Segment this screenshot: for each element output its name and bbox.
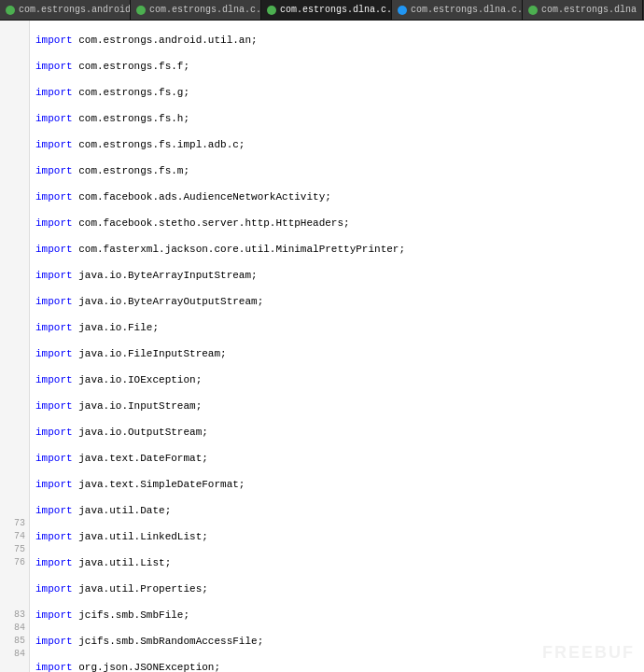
code-line: import java.util.Date; <box>35 504 644 517</box>
tab-5[interactable]: com.estrongs.dlna <box>523 0 643 21</box>
code-line: import com.estrongs.fs.g; <box>35 86 644 99</box>
code-line: import jcifs.smb.SmbRandomAccessFile; <box>35 635 644 648</box>
tab-5-label: com.estrongs.dlna <box>541 5 637 15</box>
tab-1[interactable]: com.estrongs.android.f.a ✕ <box>0 0 131 21</box>
code-line: import java.util.List; <box>35 556 644 569</box>
tab-2-icon <box>136 6 146 15</box>
tab-3-icon <box>267 6 276 15</box>
code-area: 73 74 75 76 83 84 85 84 92 import com.es… <box>0 21 644 672</box>
tab-5-icon <box>528 6 538 15</box>
code-line: import java.text.DateFormat; <box>35 452 644 465</box>
tab-3-label: com.estrongs.dlna.c.b <box>280 5 392 15</box>
line-numbers: 73 74 75 76 83 84 85 84 92 <box>0 21 30 672</box>
code-line: import java.io.OutputStream; <box>35 426 644 439</box>
tab-2[interactable]: com.estrongs.dlna.c.a ✕ <box>131 0 261 21</box>
code-line: import java.io.ByteArrayOutputStream; <box>35 295 644 308</box>
code-line: import com.facebook.ads.AudienceNetworkA… <box>35 190 644 203</box>
code-line: import java.io.IOException; <box>35 373 644 386</box>
code-line: import java.text.SimpleDateFormat; <box>35 478 644 491</box>
tab-4-icon <box>398 6 407 15</box>
code-line: import com.fasterxml.jackson.core.util.M… <box>35 243 644 256</box>
code-line: import java.io.ByteArrayInputStream; <box>35 269 644 282</box>
code-line: import com.facebook.stetho.server.http.H… <box>35 217 644 230</box>
code-content[interactable]: import com.estrongs.android.util.an; imp… <box>30 21 644 672</box>
tab-3[interactable]: com.estrongs.dlna.c.b ✕ <box>261 0 392 21</box>
tab-1-icon <box>6 6 15 15</box>
code-line: import java.io.InputStream; <box>35 399 644 413</box>
code-line: import java.util.Properties; <box>35 582 644 595</box>
code-line: import java.util.LinkedList; <box>35 530 644 543</box>
code-line: import com.estrongs.fs.m; <box>35 164 644 177</box>
tab-1-label: com.estrongs.android.f.a <box>19 5 131 15</box>
code-line: import com.estrongs.fs.h; <box>35 112 644 125</box>
code-line: import com.estrongs.fs.f; <box>35 60 644 73</box>
tab-2-label: com.estrongs.dlna.c.a <box>149 5 261 15</box>
tab-4[interactable]: com.estrongs.dlna.c.d ✕ <box>392 0 523 21</box>
code-line: import com.estrongs.android.util.an; <box>35 34 644 47</box>
tab-4-label: com.estrongs.dlna.c.d <box>411 5 523 15</box>
code-line: import org.json.JSONException; <box>35 661 644 672</box>
code-line: import com.estrongs.fs.impl.adb.c; <box>35 138 644 151</box>
code-line: import java.io.FileInputStream; <box>35 347 644 360</box>
code-line: import java.io.File; <box>35 321 644 334</box>
tab-bar: com.estrongs.android.f.a ✕ com.estrongs.… <box>0 0 644 21</box>
code-line: import jcifs.smb.SmbFile; <box>35 609 644 622</box>
